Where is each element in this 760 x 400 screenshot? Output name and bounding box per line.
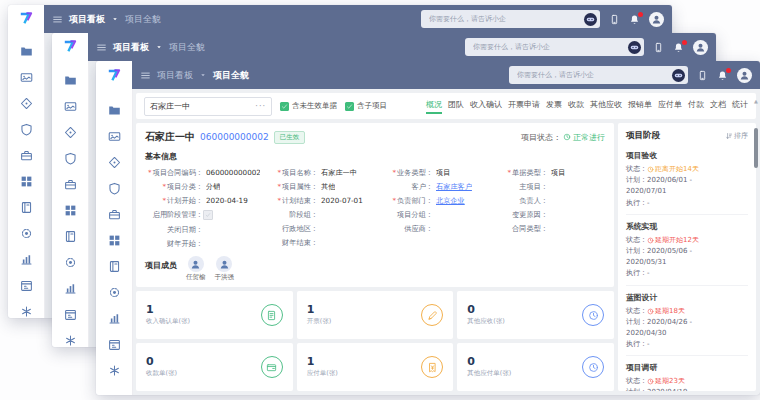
- menu-icon[interactable]: [52, 14, 63, 25]
- user-avatar[interactable]: [649, 12, 664, 27]
- sidebar-briefcase-icon[interactable]: [20, 149, 33, 162]
- app-logo[interactable]: [62, 33, 78, 59]
- user-avatar[interactable]: [737, 68, 752, 83]
- members-row: 项目成员 任贺榆于洪强: [145, 256, 605, 282]
- notifications-bell-icon[interactable]: [629, 14, 640, 25]
- sidebar-card-icon[interactable]: [20, 71, 33, 84]
- field-value[interactable]: 石家庄客户: [436, 182, 472, 191]
- sidebar-gear-icon[interactable]: [64, 256, 77, 269]
- sidebar-briefcase-icon[interactable]: [108, 208, 121, 221]
- robot-assistant-icon[interactable]: [672, 69, 685, 82]
- app-logo[interactable]: [106, 61, 122, 89]
- robot-assistant-icon[interactable]: [584, 13, 597, 26]
- tab-0[interactable]: 概况: [426, 99, 442, 114]
- project-filter-input[interactable]: 石家庄一中 ···: [144, 97, 272, 116]
- sidebar-schedule-icon[interactable]: [20, 279, 33, 292]
- tab-3[interactable]: 开票申请: [508, 99, 540, 114]
- mobile-icon[interactable]: [653, 42, 664, 53]
- tab-4[interactable]: 发票: [546, 99, 562, 114]
- sidebar-shield-icon[interactable]: [20, 123, 33, 136]
- person-icon: [739, 70, 750, 81]
- menu-icon[interactable]: [96, 42, 107, 53]
- sidebar-chart-icon[interactable]: [64, 282, 77, 295]
- sidebar-tag-icon[interactable]: [108, 156, 121, 169]
- chevron-down-icon[interactable]: [111, 15, 119, 23]
- mobile-icon[interactable]: [697, 70, 708, 81]
- tab-7[interactable]: 报销单: [628, 99, 652, 114]
- nav-project-board[interactable]: 项目看板: [113, 41, 149, 54]
- nav-project-overview[interactable]: 项目全貌: [169, 41, 205, 54]
- sidebar-card-icon[interactable]: [108, 130, 121, 143]
- scrollbar-thumb[interactable]: [754, 128, 758, 168]
- nav-project-board[interactable]: 项目看板: [69, 13, 105, 26]
- sidebar-shield-icon[interactable]: [64, 152, 77, 165]
- checkbox-include-draft[interactable]: 含未生效单据: [280, 101, 337, 111]
- sidebar-book-icon[interactable]: [20, 201, 33, 214]
- chevron-down-icon[interactable]: [199, 71, 207, 79]
- sidebar-book-icon[interactable]: [64, 230, 77, 243]
- sidebar-folder-icon[interactable]: [108, 104, 121, 117]
- sidebar-grid-icon[interactable]: [64, 204, 77, 217]
- member-item[interactable]: 于洪强: [215, 256, 235, 282]
- sidebar-asterisk-icon[interactable]: [20, 305, 33, 318]
- assistant-search-input[interactable]: 你需要什么，请告诉小企: [509, 66, 688, 84]
- sidebar-folder-icon[interactable]: [20, 45, 33, 58]
- field-value[interactable]: 北京企业: [436, 196, 465, 205]
- chevron-down-icon[interactable]: [155, 43, 163, 51]
- sidebar-nav: [20, 45, 33, 318]
- vertical-scrollbar[interactable]: ▲: [753, 99, 759, 168]
- sidebar-grid-icon[interactable]: [20, 175, 33, 188]
- sort-button[interactable]: 排序: [725, 131, 748, 141]
- checkbox-include-child[interactable]: 含子项目: [345, 101, 387, 111]
- stat-card[interactable]: 0其他应收(张): [457, 291, 614, 339]
- sidebar-card-icon[interactable]: [64, 100, 77, 113]
- sidebar-folder-icon[interactable]: [64, 74, 77, 87]
- sidebar-shield-icon[interactable]: [108, 182, 121, 195]
- user-avatar[interactable]: [693, 40, 708, 55]
- sidebar-schedule-icon[interactable]: [108, 338, 121, 351]
- robot-assistant-icon[interactable]: [628, 41, 641, 54]
- mobile-icon[interactable]: [609, 14, 620, 25]
- project-code-link[interactable]: 060000000002: [200, 132, 269, 142]
- assistant-search-input[interactable]: 你需要什么，请告诉小企: [421, 10, 600, 28]
- sidebar-chart-icon[interactable]: [20, 253, 33, 266]
- phases-title: 项目阶段: [626, 130, 660, 142]
- sidebar-briefcase-icon[interactable]: [64, 178, 77, 191]
- sidebar-asterisk-icon[interactable]: [64, 334, 77, 347]
- stat-card[interactable]: 1开票(张): [297, 291, 454, 339]
- phase-plan-line: 计划：2020/04/26 -: [626, 317, 748, 328]
- stat-card[interactable]: 0收款单(张): [136, 343, 293, 391]
- scroll-up-arrow-icon[interactable]: ▲: [754, 99, 758, 104]
- stat-card[interactable]: 1收入确认单(张): [136, 291, 293, 339]
- sidebar-asterisk-icon[interactable]: [108, 364, 121, 377]
- sidebar-tag-icon[interactable]: [64, 126, 77, 139]
- sidebar-gear-icon[interactable]: [20, 227, 33, 240]
- sidebar-tag-icon[interactable]: [20, 97, 33, 110]
- tab-2[interactable]: 收入确认: [470, 99, 502, 114]
- assistant-search-input[interactable]: 你需要什么，请告诉小企: [465, 38, 644, 56]
- sidebar-grid-icon[interactable]: [108, 234, 121, 247]
- nav-project-board[interactable]: 项目看板: [157, 69, 193, 82]
- stat-card[interactable]: 1应付单(张): [297, 343, 454, 391]
- nav-project-overview[interactable]: 项目全貌: [125, 13, 161, 26]
- nav-project-overview[interactable]: 项目全貌: [213, 69, 249, 82]
- tab-1[interactable]: 团队: [448, 99, 464, 114]
- more-options-button[interactable]: ···: [255, 102, 266, 111]
- member-item[interactable]: 任贺榆: [186, 256, 206, 282]
- sidebar-book-icon[interactable]: [108, 260, 121, 273]
- sidebar-chart-icon[interactable]: [108, 312, 121, 325]
- notifications-bell-icon[interactable]: [717, 70, 728, 81]
- tab-5[interactable]: 收款: [568, 99, 584, 114]
- tab-8[interactable]: 应付单: [658, 99, 682, 114]
- notifications-bell-icon[interactable]: [673, 42, 684, 53]
- menu-icon[interactable]: [140, 70, 151, 81]
- sidebar-schedule-icon[interactable]: [64, 308, 77, 321]
- stat-card[interactable]: 0其他应付单(张): [457, 343, 614, 391]
- tab-9[interactable]: 付款: [688, 99, 704, 114]
- tab-10[interactable]: 文档: [710, 99, 726, 114]
- form-field: *项目属性：其他: [260, 182, 375, 191]
- tab-11[interactable]: 统计: [732, 99, 748, 114]
- app-logo[interactable]: [18, 5, 34, 30]
- sidebar-gear-icon[interactable]: [108, 286, 121, 299]
- tab-6[interactable]: 其他应收: [590, 99, 622, 114]
